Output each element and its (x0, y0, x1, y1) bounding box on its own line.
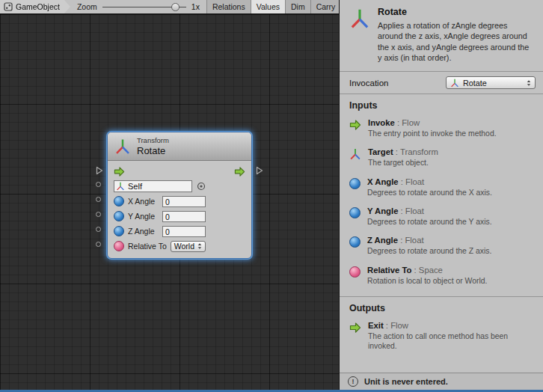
transform-rotate-node[interactable]: Transform Rotate Self (107, 132, 252, 259)
updown-arrows-icon (197, 242, 202, 250)
outputs-header: Outputs (340, 297, 543, 317)
x-angle-input[interactable]: 0 (162, 196, 206, 207)
transform-icon (116, 182, 125, 191)
port-description: Degrees to rotate around the X axis. (367, 188, 492, 197)
port-type: Flow (390, 321, 408, 330)
enum-ball-icon (349, 266, 361, 278)
y-angle-input[interactable]: 0 (162, 211, 206, 222)
port-name: Target (368, 147, 393, 156)
input-item-x-angle: X Angle : Float Degrees to rotate around… (340, 174, 543, 203)
port-name: Exit (368, 321, 384, 330)
float-ball-icon (114, 226, 124, 236)
y-angle-label: Y Angle (128, 212, 162, 221)
port-name: X Angle (367, 177, 399, 186)
toolbar-tabs: Relations Values Dim Carry (206, 0, 341, 13)
bolt-graph-window: GameObject Zoom 1x Relations Values Dim … (0, 0, 543, 392)
float-ball-icon (349, 178, 361, 189)
node-body-container[interactable]: Transform Rotate Self (107, 132, 252, 259)
transform-icon (349, 8, 370, 29)
relative-to-value: World (174, 242, 194, 251)
port-type: Float (405, 236, 423, 245)
port-name: Invoke (368, 118, 395, 127)
invocation-label: Invocation (349, 79, 388, 88)
port-name: Relative To (367, 266, 411, 275)
warning-text: Unit is never entered. (364, 377, 448, 386)
enum-ball-icon (114, 241, 124, 251)
input-item-invoke: Invoke : Flow The entry point to invoke … (340, 114, 543, 144)
float-ball-icon (349, 207, 361, 218)
flow-arrow-icon (349, 119, 361, 131)
self-field-value: Self (128, 182, 142, 191)
port-type: Float (405, 177, 424, 186)
invocation-value: Rotate (463, 79, 523, 88)
graph-canvas[interactable]: Transform Rotate Self (0, 14, 339, 392)
zoom-slider-knob[interactable] (171, 3, 180, 11)
node-titles: Transform Rotate (137, 136, 169, 156)
relative-to-row: Relative To World (114, 239, 245, 253)
target-port[interactable] (96, 182, 101, 187)
breadcrumb[interactable]: GameObject (0, 0, 70, 13)
zoom-value: 1x (191, 2, 200, 11)
port-type: Flow (402, 118, 420, 127)
relative-to-dropdown[interactable]: World (171, 241, 206, 252)
flow-arrow-icon (349, 322, 361, 334)
input-item-y-angle: Y Angle : Float Degrees to rotate around… (340, 203, 543, 232)
input-item-relative-to: Relative To : Space Rotation is local to… (340, 262, 543, 291)
port-description: Degrees to rotate around the Y axis. (367, 217, 492, 227)
port-description: The action to call once method has been … (368, 331, 533, 352)
graph-icon (4, 2, 13, 11)
updown-arrows-icon (527, 79, 531, 87)
invocation-dropdown[interactable]: Rotate (446, 76, 536, 89)
zoom-label: Zoom (77, 2, 97, 11)
node-title: Transform (137, 136, 169, 145)
warning-bar: ! Unit is never entered. (340, 373, 543, 390)
object-picker-icon[interactable] (197, 182, 206, 191)
inspector-header-text: Rotate Applies a rotation of zAngle degr… (378, 7, 533, 63)
flow-input-port[interactable] (96, 166, 103, 175)
x-angle-label: X Angle (128, 197, 162, 206)
y-angle-row: Y Angle 0 (114, 209, 245, 223)
inspector-description: Applies a rotation of zAngle degrees aro… (378, 20, 533, 63)
node-body: Self X Angle 0 Y Angle 0 (108, 161, 251, 258)
float-ball-icon (349, 236, 361, 248)
tab-values[interactable]: Values (251, 0, 285, 13)
flow-row (114, 165, 245, 178)
input-item-target: Target : Transform The target object. (340, 144, 543, 173)
self-field[interactable]: Self (114, 180, 192, 192)
port-description: The entry point to invoke the method. (368, 129, 497, 138)
float-ball-icon (114, 196, 124, 206)
output-item-exit: Exit : Flow The action to call once meth… (340, 317, 543, 357)
port-name: Z Angle (367, 236, 398, 245)
transform-icon (114, 138, 131, 155)
exit-arrow-icon[interactable] (234, 166, 245, 177)
port-description: The target object. (368, 158, 438, 168)
y-angle-port[interactable] (96, 212, 101, 217)
z-angle-input[interactable]: 0 (162, 226, 206, 237)
z-angle-port[interactable] (96, 227, 101, 232)
node-header[interactable]: Transform Rotate (108, 132, 251, 161)
invocation-row: Invocation Rotate (340, 72, 543, 94)
tab-dim[interactable]: Dim (285, 0, 310, 13)
zoom-area: Zoom 1x (70, 0, 206, 13)
breadcrumb-label: GameObject (16, 2, 60, 11)
tab-carry[interactable]: Carry (310, 0, 342, 13)
graph-toolbar: GameObject Zoom 1x Relations Values Dim … (0, 0, 339, 14)
transform-icon (450, 79, 459, 88)
input-item-z-angle: Z Angle : Float Degrees to rotate around… (340, 232, 543, 261)
invoke-arrow-icon[interactable] (114, 166, 125, 177)
relative-to-port[interactable] (96, 242, 101, 247)
zoom-slider[interactable] (102, 2, 186, 12)
port-type: Space (419, 266, 443, 275)
float-ball-icon (114, 211, 124, 221)
port-name: Y Angle (367, 206, 398, 215)
relative-to-label: Relative To (128, 242, 167, 251)
inspector-panel: Rotate Applies a rotation of zAngle degr… (339, 0, 543, 392)
port-description: Rotation is local to object or World. (367, 276, 487, 286)
tab-relations[interactable]: Relations (206, 0, 251, 13)
self-row: Self (114, 180, 245, 193)
inputs-header: Inputs (340, 94, 543, 114)
flow-output-port[interactable] (256, 166, 263, 175)
port-description: Degrees to rotate around the Z axis. (367, 246, 491, 256)
z-angle-label: Z Angle (128, 227, 162, 236)
x-angle-port[interactable] (96, 197, 101, 202)
